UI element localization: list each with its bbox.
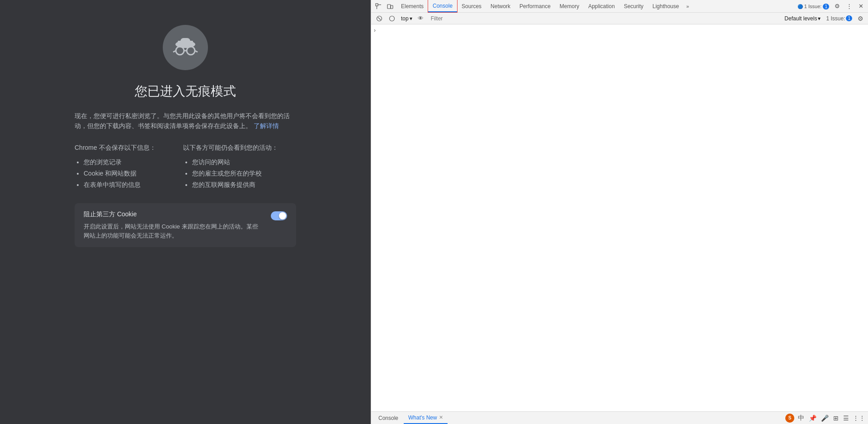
issue-count: 1 <box>823 4 829 10</box>
others-may-see-heading: 以下各方可能仍会看到您的活动： <box>183 144 278 152</box>
stop-recording-button[interactable] <box>387 13 397 24</box>
issue-text: Issue: <box>808 4 823 9</box>
grid-icon[interactable]: ⊞ <box>832 414 840 423</box>
microphone-icon[interactable]: 🎤 <box>820 414 830 423</box>
context-arrow-icon: ▾ <box>410 15 412 22</box>
svg-line-14 <box>378 17 381 20</box>
default-levels-selector[interactable]: Default levels ▾ <box>783 14 822 23</box>
others-may-see-col: 以下各方可能仍会看到您的活动： 您访问的网站 您的雇主或您所在的学校 您的互联网… <box>183 144 278 191</box>
tab-application[interactable]: Application <box>584 0 619 12</box>
svg-point-4 <box>187 47 195 55</box>
list-item: 您访问的网站 <box>192 157 278 168</box>
levels-arrow-icon: ▾ <box>818 15 821 22</box>
tab-network[interactable]: Network <box>486 0 515 12</box>
others-may-see-list: 您访问的网站 您的雇主或您所在的学校 您的互联网服务提供商 <box>183 157 278 191</box>
devtools-tabs: Elements Console Sources Network Perform… <box>396 0 795 12</box>
issue-counter[interactable]: 1 Issue: 1 <box>824 14 854 23</box>
levels-label: Default levels <box>784 15 817 22</box>
whats-new-close-icon[interactable]: ✕ <box>439 414 443 420</box>
console-gear-icon[interactable]: ⚙ <box>856 14 865 23</box>
svg-rect-8 <box>376 4 378 6</box>
devtools-console-content: › <box>371 24 868 411</box>
tab-sources[interactable]: Sources <box>457 0 486 12</box>
devtools-bottom-bar: Console What's New ✕ S 中 📌 🎤 ⊞ ☰ ⋮⋮ <box>371 411 868 424</box>
bottom-right-icons: S 中 📌 🎤 ⊞ ☰ ⋮⋮ <box>785 413 865 423</box>
more-tabs-button[interactable]: » <box>684 4 692 9</box>
chrome-wont-save-heading: Chrome 不会保存以下信息： <box>75 144 156 152</box>
console-prompt-arrow: › <box>374 27 376 33</box>
browser-page: 您已进入无痕模式 现在，您便可进行私密浏览了。与您共用此设备的其他用户将不会看到… <box>0 0 371 424</box>
list-item: Cookie 和网站数据 <box>84 168 156 179</box>
bottom-more-icon[interactable]: ⋮⋮ <box>853 414 865 422</box>
svg-point-3 <box>176 47 184 55</box>
clear-console-button[interactable] <box>374 13 385 24</box>
tab-lighthouse[interactable]: Lighthouse <box>648 0 684 12</box>
svg-rect-12 <box>391 5 393 9</box>
bottom-tab-whats-new[interactable]: What's New ✕ <box>404 412 448 424</box>
cookie-toggle[interactable] <box>271 211 287 220</box>
tab-security[interactable]: Security <box>619 0 648 12</box>
list-item: 您的雇主或您所在的学校 <box>192 168 278 179</box>
svg-point-15 <box>390 16 395 21</box>
devtools-toolbar: Elements Console Sources Network Perform… <box>371 0 868 13</box>
cookie-title: 阻止第三方 Cookie <box>84 210 264 219</box>
incognito-columns: Chrome 不会保存以下信息： 您的浏览记录 Cookie 和网站数据 在表单… <box>75 144 296 191</box>
inspect-element-button[interactable] <box>373 1 384 12</box>
devtools-right-icons: 🔵 1 Issue: 1 ⚙ ⋮ ✕ <box>796 1 866 12</box>
close-devtools-button[interactable]: ✕ <box>855 1 866 12</box>
console-filter-input[interactable] <box>428 14 781 23</box>
sogou-icon: S <box>785 414 794 423</box>
context-label: top <box>401 15 409 22</box>
eye-icon[interactable]: 👁 <box>416 14 426 24</box>
device-toggle-button[interactable] <box>385 1 396 12</box>
pin-icon[interactable]: 📌 <box>808 414 817 423</box>
tab-memory[interactable]: Memory <box>555 0 584 12</box>
context-selector[interactable]: top ▾ <box>399 14 414 23</box>
chrome-wont-save-col: Chrome 不会保存以下信息： 您的浏览记录 Cookie 和网站数据 在表单… <box>75 144 156 191</box>
tab-elements[interactable]: Elements <box>396 0 428 12</box>
devtools-panel: Elements Console Sources Network Perform… <box>371 0 868 424</box>
list-item: 在表单中填写的信息 <box>84 179 156 191</box>
issue-label: 1 <box>804 4 807 9</box>
devtools-console-toolbar: top ▾ 👁 Default levels ▾ 1 Issue: 1 ⚙ <box>371 13 868 24</box>
incognito-icon <box>163 25 208 70</box>
tab-console[interactable]: Console <box>428 0 457 12</box>
tab-performance[interactable]: Performance <box>515 0 555 12</box>
cookie-box: 阻止第三方 Cookie 开启此设置后，网站无法使用 Cookie 来跟踪您在网… <box>75 203 296 247</box>
cookie-box-text: 阻止第三方 Cookie 开启此设置后，网站无法使用 Cookie 来跟踪您在网… <box>84 210 264 240</box>
incognito-title: 您已进入无痕模式 <box>135 83 236 100</box>
bottom-tab-console[interactable]: Console <box>374 412 403 424</box>
list-icon[interactable]: ☰ <box>842 414 850 423</box>
issue-badge: 🔵 1 Issue: 1 <box>796 4 831 9</box>
issue-label-text: 1 Issue: <box>826 15 845 22</box>
translate-icon[interactable]: 中 <box>797 413 805 423</box>
svg-rect-11 <box>387 5 391 9</box>
more-options-button[interactable]: ⋮ <box>844 1 854 12</box>
cookie-desc: 开启此设置后，网站无法使用 Cookie 来跟踪您在网上的活动。某些网站上的功能… <box>84 222 264 240</box>
settings-button[interactable]: ⚙ <box>832 1 843 12</box>
svg-rect-2 <box>180 38 190 44</box>
incognito-description: 现在，您便可进行私密浏览了。与您共用此设备的其他用户将不会看到您的活动，但您的下… <box>75 111 296 131</box>
chrome-wont-save-list: 您的浏览记录 Cookie 和网站数据 在表单中填写的信息 <box>75 157 156 191</box>
issue-count-badge: 1 <box>846 15 852 21</box>
learn-more-link[interactable]: 了解详情 <box>254 122 279 129</box>
issue-icon: 🔵 <box>797 4 803 9</box>
list-item: 您的互联网服务提供商 <box>192 179 278 191</box>
list-item: 您的浏览记录 <box>84 157 156 168</box>
